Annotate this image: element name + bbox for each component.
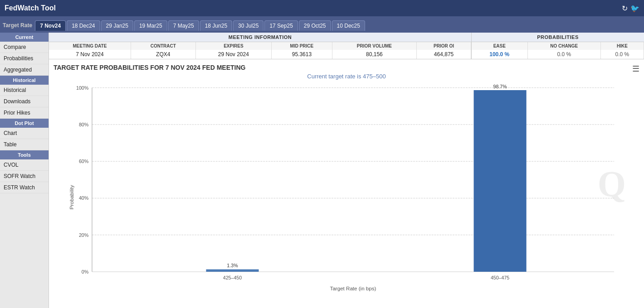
- bar-label-98-7: 98.7%: [493, 84, 507, 89]
- twitter-icon[interactable]: 🐦: [630, 4, 639, 13]
- tab-29oct25[interactable]: 29 Oct25: [299, 20, 331, 31]
- sidebar-item-aggregated[interactable]: Aggregated: [0, 64, 49, 76]
- prob-table: EASE NO CHANGE HIKE 100.0 % 0.0 % 0.0 %: [472, 42, 644, 59]
- cell-no-change: 0.0 %: [527, 50, 600, 59]
- bar-chart: Probability 0% 20% 40% 60% 80%: [54, 83, 639, 298]
- y-tick-20: 20%: [79, 232, 89, 238]
- sidebar-item-probabilities[interactable]: Probabilities: [0, 53, 49, 64]
- x-label-425-450: 425–450: [223, 275, 242, 280]
- chart-menu-icon[interactable]: ☰: [632, 64, 639, 74]
- y-axis-label: Probability: [68, 185, 74, 209]
- top-bar: FedWatch Tool ↻ 🐦: [0, 0, 644, 16]
- col-prior-volume: PRIOR VOLUME: [332, 42, 416, 50]
- bar-450-475: [474, 90, 527, 272]
- prob-panel: PROBABILITIES EASE NO CHANGE HIKE 100.0 …: [472, 33, 644, 59]
- info-panel: MEETING INFORMATION MEETING DATE CONTRAC…: [49, 33, 472, 59]
- cell-prior-oi: 464,875: [417, 50, 471, 59]
- tab-30jul25[interactable]: 30 Jul25: [233, 20, 263, 31]
- chart-title: TARGET RATE PROBABILITIES FOR 7 NOV 2024…: [54, 64, 639, 71]
- target-rate-label: Target Rate: [3, 22, 32, 29]
- sidebar-item-chart[interactable]: Chart: [0, 128, 49, 139]
- cell-ease: 100.0 %: [472, 50, 527, 59]
- content-area: MEETING INFORMATION MEETING DATE CONTRAC…: [49, 33, 644, 308]
- sidebar-item-downloads[interactable]: Downloads: [0, 96, 49, 107]
- sidebar-item-compare[interactable]: Compare: [0, 42, 49, 53]
- sidebar: Current Compare Probabilities Aggregated…: [0, 33, 49, 308]
- col-hike: HIKE: [600, 42, 644, 50]
- col-meeting-date: MEETING DATE: [49, 42, 131, 50]
- col-contract: CONTRACT: [131, 42, 195, 50]
- tab-19mar25[interactable]: 19 Mar25: [134, 20, 167, 31]
- chart-area: TARGET RATE PROBABILITIES FOR 7 NOV 2024…: [49, 59, 644, 308]
- sidebar-section-dotplot[interactable]: Dot Plot: [0, 119, 49, 128]
- y-tick-100: 100%: [76, 85, 89, 91]
- chart-subtitle: Current target rate is 475–500: [54, 73, 639, 80]
- cell-mid-price: 95.3613: [272, 50, 332, 59]
- y-tick-80: 80%: [79, 122, 89, 127]
- x-axis-label: Target Rate (in bps): [330, 285, 376, 291]
- y-tick-40: 40%: [79, 195, 89, 201]
- cell-expires: 29 Nov 2024: [195, 50, 271, 59]
- cell-hike: 0.0 %: [600, 50, 644, 59]
- sidebar-item-prior-hikes[interactable]: Prior Hikes: [0, 107, 49, 119]
- col-mid-price: MID PRICE: [272, 42, 332, 50]
- tab-7nov24[interactable]: 7 Nov24: [35, 20, 66, 31]
- sidebar-item-estr-watch[interactable]: ESTR Watch: [0, 182, 49, 193]
- sidebar-section-historical[interactable]: Historical: [0, 76, 49, 85]
- bar-label-1-3: 1.3%: [227, 263, 238, 268]
- col-ease: EASE: [472, 42, 527, 50]
- tab-18jun25[interactable]: 18 Jun25: [200, 20, 232, 31]
- tab-10dec25[interactable]: 10 Dec25: [332, 20, 365, 31]
- cell-meeting-date: 7 Nov 2024: [49, 50, 131, 59]
- cell-prior-volume: 80,156: [332, 50, 416, 59]
- col-prior-oi: PRIOR OI: [417, 42, 471, 50]
- tab-18dec24[interactable]: 18 Dec24: [67, 20, 100, 31]
- sidebar-item-cvol[interactable]: CVOL: [0, 159, 49, 171]
- sidebar-item-sofr-watch[interactable]: SOFR Watch: [0, 171, 49, 182]
- prob-row: 100.0 % 0.0 % 0.0 %: [472, 50, 644, 59]
- y-tick-60: 60%: [79, 159, 89, 164]
- x-label-450-475: 450–475: [491, 275, 509, 280]
- col-no-change: NO CHANGE: [527, 42, 600, 50]
- sidebar-item-historical[interactable]: Historical: [0, 85, 49, 96]
- cell-contract: ZQX4: [131, 50, 195, 59]
- top-icons: ↻ 🐦: [622, 4, 639, 13]
- sidebar-item-table[interactable]: Table: [0, 139, 49, 150]
- tab-29jan25[interactable]: 29 Jan25: [101, 20, 133, 31]
- tab-17sep25[interactable]: 17 Sep25: [264, 20, 298, 31]
- tab-bar: Target Rate 7 Nov24 18 Dec24 29 Jan25 19…: [0, 16, 644, 33]
- meeting-info: MEETING INFORMATION MEETING DATE CONTRAC…: [49, 33, 644, 59]
- meeting-info-row: 7 Nov 2024 ZQX4 29 Nov 2024 95.3613 80,1…: [49, 50, 471, 59]
- tab-7may25[interactable]: 7 May25: [168, 20, 199, 31]
- col-expires: EXPIRES: [195, 42, 271, 50]
- meeting-info-header: MEETING INFORMATION: [49, 33, 471, 42]
- sidebar-section-tools[interactable]: Tools: [0, 150, 49, 159]
- bar-425-450: [206, 270, 259, 272]
- y-tick-0: 0%: [82, 269, 89, 274]
- sidebar-section-current[interactable]: Current: [0, 33, 49, 42]
- info-table: MEETING DATE CONTRACT EXPIRES MID PRICE …: [49, 42, 471, 59]
- prob-panel-header: PROBABILITIES: [472, 33, 644, 42]
- app-title: FedWatch Tool: [5, 4, 56, 12]
- refresh-icon[interactable]: ↻: [622, 4, 628, 13]
